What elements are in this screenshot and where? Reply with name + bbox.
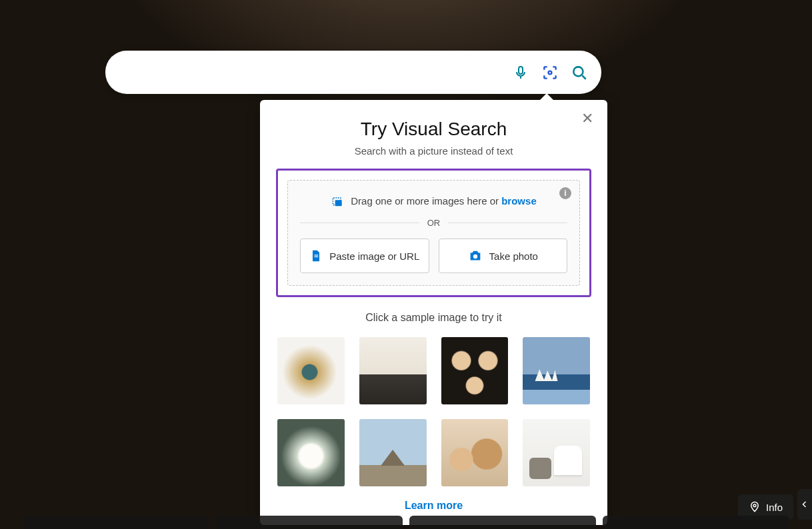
sample-image-latte-art[interactable] (441, 337, 509, 404)
sample-image-white-rose[interactable] (277, 419, 345, 486)
svg-point-2 (573, 67, 583, 76)
take-photo-button[interactable]: Take photo (439, 239, 568, 273)
popover-subtitle: Search with a picture instead of text (276, 145, 591, 157)
svg-point-1 (549, 71, 552, 74)
news-card[interactable] (409, 516, 596, 529)
svg-line-3 (582, 75, 585, 79)
popover-title: Try Visual Search (276, 119, 591, 140)
image-upload-icon (331, 194, 344, 207)
microphone-icon[interactable] (512, 64, 529, 81)
svg-rect-6 (315, 255, 319, 255)
sample-image-grid (276, 337, 591, 486)
svg-rect-7 (315, 257, 319, 257)
sample-instruction: Click a sample image to try it (276, 312, 591, 324)
visual-search-icon[interactable] (541, 64, 559, 81)
or-divider: OR (300, 218, 567, 228)
paste-url-button[interactable]: Paste image or URL (300, 239, 429, 273)
svg-rect-0 (519, 67, 523, 74)
dropzone-instruction: Drag one or more images here or browse (300, 194, 567, 207)
news-carousel (0, 516, 812, 529)
learn-more-link[interactable]: Learn more (276, 500, 591, 512)
document-icon (309, 249, 323, 263)
svg-rect-5 (335, 200, 342, 206)
browse-link[interactable]: browse (501, 195, 537, 207)
search-bar (105, 51, 601, 94)
search-input[interactable] (124, 65, 512, 79)
sample-image-dining-room[interactable] (359, 337, 427, 404)
sample-image-sydney-opera[interactable] (523, 337, 590, 404)
info-icon[interactable]: i (559, 187, 571, 199)
search-icon[interactable] (571, 64, 588, 81)
news-card[interactable] (216, 516, 403, 529)
highlighted-dropzone-frame: i Drag one or more images here or browse… (276, 169, 591, 297)
svg-point-9 (753, 504, 756, 507)
news-card[interactable] (603, 516, 789, 529)
image-dropzone[interactable]: i Drag one or more images here or browse… (287, 180, 580, 286)
svg-point-8 (473, 255, 477, 259)
visual-search-popover: ✕ Try Visual Search Search with a pictur… (260, 100, 607, 525)
sample-image-chair[interactable] (523, 419, 590, 486)
camera-icon (468, 249, 483, 263)
sample-image-louvre[interactable] (359, 419, 427, 486)
sample-image-sunglasses[interactable] (277, 337, 345, 404)
close-icon[interactable]: ✕ (578, 109, 597, 128)
news-card[interactable] (23, 516, 209, 529)
location-pin-icon (749, 501, 761, 513)
sample-image-dogs[interactable] (441, 419, 509, 486)
